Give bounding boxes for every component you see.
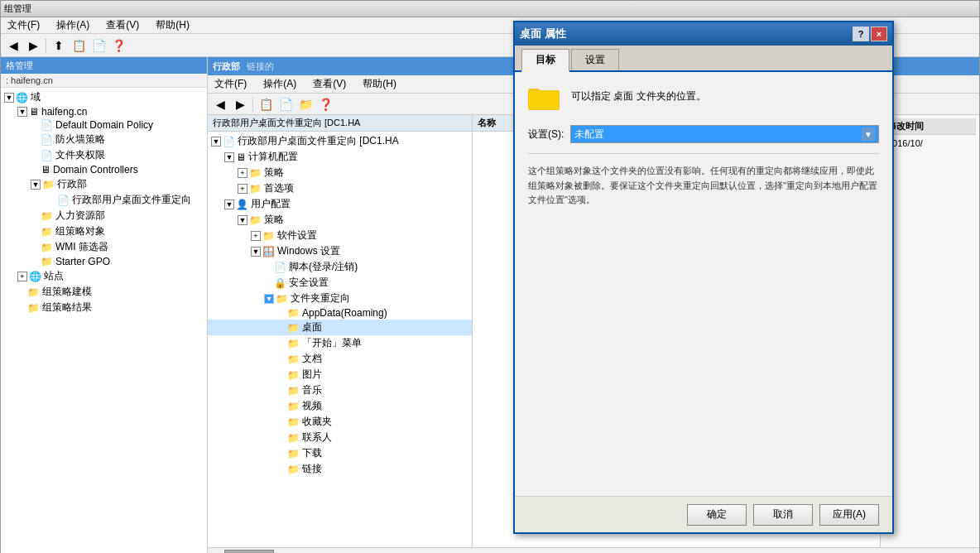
dialog-setting-value: 未配置 [574,127,604,142]
dialog-cancel-button[interactable]: 取消 [753,504,813,526]
dialog-tab-target[interactable]: 目标 [521,49,569,72]
dialog-setting-label: 设置(S): [528,127,564,142]
dialog-setting-dropdown[interactable]: 未配置 ▼ [570,125,879,143]
dialog-tabs: 目标 设置 [515,46,892,72]
dialog-long-text: 这个组策略对象这个文件夹的位置没有影响。任何现有的重定向都将继续应用，即使此组策… [528,153,879,208]
dialog-overlay: 桌面 属性 ? × 目标 设置 [0,0,980,553]
dialog-tab-settings[interactable]: 设置 [571,49,619,70]
dialog-body: 可以指定 桌面 文件夹的位置。 设置(S): 未配置 ▼ 这个组策略对象这个文件… [515,72,892,496]
dialog-folder-icon [528,85,561,112]
dropdown-arrow-icon[interactable]: ▼ [862,127,875,141]
dialog-titlebar: 桌面 属性 ? × [515,22,892,46]
dialog-ok-button[interactable]: 确定 [687,504,747,526]
dialog-info-row: 可以指定 桌面 文件夹的位置。 [528,85,879,112]
desktop-properties-dialog: 桌面 属性 ? × 目标 设置 [513,21,894,534]
dialog-footer: 确定 取消 应用(A) [515,496,892,532]
dialog-field-row: 设置(S): 未配置 ▼ [528,125,879,143]
svg-rect-2 [529,91,559,109]
dialog-help-button[interactable]: ? [853,26,869,41]
dialog-title-text: 桌面 属性 [520,26,566,41]
dialog-apply-button[interactable]: 应用(A) [819,504,879,526]
dialog-description: 可以指定 桌面 文件夹的位置。 [571,85,706,103]
dialog-title-buttons: ? × [853,26,887,41]
dialog-close-button[interactable]: × [871,26,887,41]
